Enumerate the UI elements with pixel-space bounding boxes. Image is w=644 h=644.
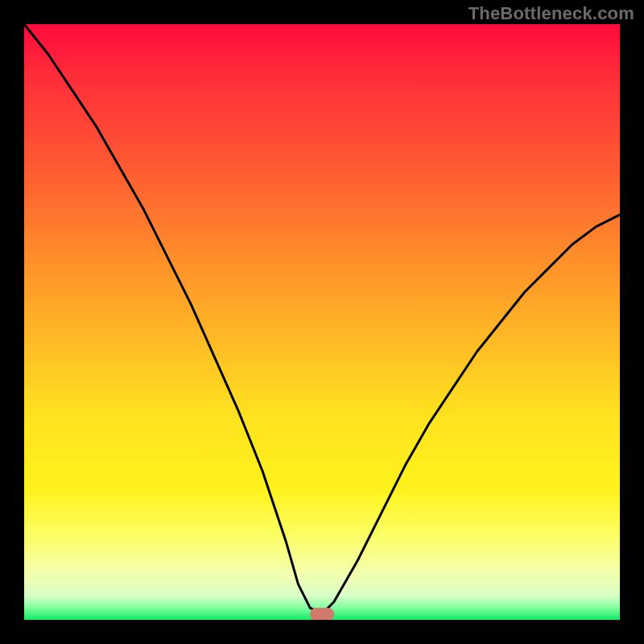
plot-area [24,24,620,620]
chart-frame: TheBottleneck.com [0,0,644,644]
optimum-marker [310,608,334,620]
watermark-text: TheBottleneck.com [469,3,634,24]
curve-svg [24,24,620,620]
bottleneck-curve [24,24,620,614]
